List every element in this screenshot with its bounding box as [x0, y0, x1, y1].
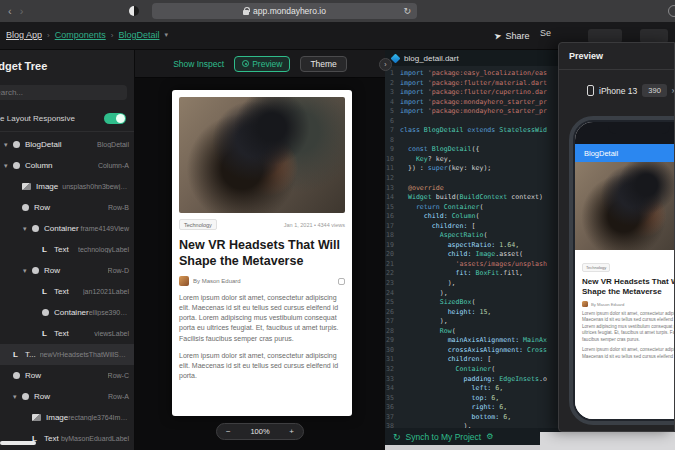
- browser-profile-icon[interactable]: [668, 5, 675, 17]
- code-line: 33 padding: EdgeInsets.o: [385, 375, 560, 385]
- phone-author-avatar: [582, 301, 588, 307]
- breadcrumb-blogdetail[interactable]: BlogDetail: [118, 30, 159, 40]
- article-hero-image: [179, 97, 345, 213]
- tree-row[interactable]: ▾RowRow-A: [0, 386, 134, 407]
- device-select[interactable]: iPhone 13: [599, 86, 637, 96]
- tree-row[interactable]: ▾LT...newVrHeadsetsThatWillShapeTheMe...: [0, 344, 134, 365]
- phone-article-content: Technology New VR Headsets That Will Sha…: [575, 250, 675, 419]
- tree-caret-icon[interactable]: ▾: [23, 267, 32, 275]
- tree-caret-icon[interactable]: ▾: [4, 141, 13, 149]
- code-line: 25 SizedBox(: [385, 298, 560, 308]
- show-inspect-button[interactable]: Show Inspect: [173, 59, 224, 69]
- phone-appbar: BlogDetail: [575, 144, 675, 162]
- tree-caret-icon[interactable]: ▾: [13, 393, 22, 401]
- tree-caret-icon[interactable]: ▾: [23, 225, 32, 233]
- code-line: 6: [385, 117, 560, 127]
- preview-mode-button[interactable]: Preview: [234, 56, 290, 72]
- address-bar[interactable]: app.mondayhero.io ↻: [152, 3, 417, 19]
- code-content[interactable]: 1import 'package:easy_localization/eas2i…: [385, 69, 560, 429]
- zoom-out-button[interactable]: −: [226, 427, 231, 436]
- tree-node-value: ellipse3908View: [89, 309, 134, 316]
- line-number: 19: [385, 241, 400, 251]
- tree-node-value: byMasonEduardLabel: [61, 435, 134, 442]
- breadcrumb-blog-app[interactable]: Blog App: [6, 30, 42, 40]
- device-selector-row: iPhone 13 390 x: [559, 84, 674, 97]
- horizontal-scrollbar[interactable]: [0, 441, 36, 445]
- tree-row[interactable]: ▾LTextviewsLabel: [0, 323, 134, 344]
- tree-node-name: T...: [25, 350, 36, 359]
- panel-collapse-handle[interactable]: ›: [379, 58, 392, 71]
- code-line: 35 top: 6,: [385, 394, 560, 404]
- code-line: 28 Row(: [385, 327, 560, 337]
- settings-button[interactable]: Se: [540, 28, 551, 38]
- tree-caret-icon[interactable]: ▾: [4, 162, 13, 170]
- divider: [559, 69, 674, 70]
- line-number: 20: [385, 250, 400, 260]
- share-button[interactable]: ➤ Share: [494, 28, 530, 44]
- box-icon: [13, 141, 20, 148]
- box-icon: [22, 393, 29, 400]
- tree-node-name: Text: [54, 329, 69, 338]
- tree-row[interactable]: ▾LTexttechnologyLabel: [0, 239, 134, 260]
- search-input[interactable]: [0, 85, 127, 100]
- line-number: 9: [385, 145, 400, 155]
- tree-row[interactable]: ▾Imageunsplash0hn3bewjbfzyImageView: [0, 176, 134, 197]
- category-tag: Technology: [179, 219, 217, 230]
- sync-to-project-button[interactable]: Synch to My Project: [406, 432, 482, 442]
- breadcrumb-components[interactable]: Components: [55, 30, 106, 40]
- tree-row[interactable]: ▾ColumnColumn-A: [0, 155, 134, 176]
- tree-row[interactable]: ▾Containerellipse3908View: [0, 302, 134, 323]
- box-icon: [22, 204, 29, 211]
- code-line: 23 ),: [385, 279, 560, 289]
- sync-settings-icon[interactable]: ⚙: [486, 432, 493, 441]
- tree-node-name: Row: [34, 203, 50, 212]
- toggle-label: Make Layout Responsive: [0, 114, 75, 123]
- bookmark-icon[interactable]: [338, 278, 345, 285]
- code-line: 30 crossAxisAlignment: Cross: [385, 346, 560, 356]
- tree-row[interactable]: ▾RowRow-B: [0, 197, 134, 218]
- code-line: 31 children: [: [385, 355, 560, 365]
- article-paragraph: Lorem ipsum dolor sit amet, consectetur …: [582, 311, 675, 343]
- preview-icon: [242, 60, 249, 67]
- tree-row[interactable]: ▾RowRow-D: [0, 260, 134, 281]
- line-number: 22: [385, 269, 400, 279]
- line-number: 34: [385, 384, 400, 394]
- tree-row[interactable]: ▾BlogDetailBlogDetail: [0, 134, 134, 155]
- chevron-down-icon[interactable]: ▾: [164, 31, 168, 39]
- header-obscured-button[interactable]: [640, 29, 668, 43]
- browser-extension-icon[interactable]: [129, 6, 139, 16]
- tree-row[interactable]: ▾Imagerectangle3764ImageView: [0, 407, 134, 428]
- zoom-in-button[interactable]: +: [289, 427, 294, 436]
- responsive-toggle[interactable]: [104, 113, 126, 124]
- box-icon: [32, 225, 39, 232]
- code-line: 8: [385, 136, 560, 146]
- tree-node-value: viewsLabel: [94, 330, 134, 337]
- line-number: 8: [385, 136, 400, 146]
- tree-row[interactable]: ▾RowRow-C: [0, 365, 134, 386]
- device-width-input[interactable]: 390: [642, 84, 667, 97]
- tab-blog-detail-dart[interactable]: blog_detail.dart: [404, 54, 459, 63]
- browser-forward-icon[interactable]: ›: [20, 5, 24, 17]
- line-number: 10: [385, 155, 400, 165]
- line-number: 11: [385, 164, 400, 174]
- box-icon: [42, 309, 49, 316]
- browser-back-icon[interactable]: ‹: [8, 5, 12, 17]
- widget-tree-panel: Widget Tree Make Layout Responsive ▾Blog…: [0, 50, 135, 450]
- line-number: 31: [385, 355, 400, 365]
- code-line: 13 @override: [385, 184, 560, 194]
- line-number: 16: [385, 212, 400, 222]
- theme-button[interactable]: Theme: [300, 56, 346, 72]
- reload-icon[interactable]: ↻: [403, 6, 411, 16]
- share-label: Share: [506, 31, 530, 41]
- code-line: 18 AspectRatio(: [385, 231, 560, 241]
- tree-row[interactable]: ▾Containerframe4149View: [0, 218, 134, 239]
- text-icon: L: [42, 288, 49, 295]
- header-obscured-button[interactable]: [588, 29, 622, 43]
- tree-row[interactable]: ▾LTextjan12021Label: [0, 281, 134, 302]
- tree-node-value: Row-A: [108, 393, 134, 400]
- tree-row[interactable]: ▾LTextbyMasonEduardLabel: [0, 428, 134, 449]
- line-number: 18: [385, 231, 400, 241]
- line-number: 7: [385, 126, 400, 136]
- line-number: 14: [385, 193, 400, 203]
- tree-node-value: unsplash0hn3bewjbfzyImageView: [62, 183, 134, 190]
